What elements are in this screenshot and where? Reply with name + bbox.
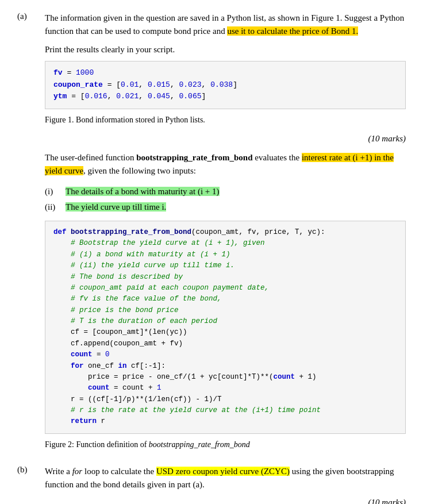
list-ii-label: (ii) — [45, 201, 66, 214]
marks1: (10 marks) — [45, 132, 406, 145]
intro-block: The user-defined function bootstrapping_… — [45, 151, 406, 178]
code-block-figure2: def bootstrapping_rate_from_bond(coupon_… — [45, 221, 406, 434]
section-a-print: Print the results clearly in your script… — [45, 43, 406, 56]
section-b: (b) Write a for loop to calculate the US… — [17, 465, 406, 504]
b-text1: Write a — [45, 467, 72, 476]
b-for: for — [72, 467, 83, 476]
list-i-text: The details of a bond with maturity at (… — [66, 187, 220, 196]
figure1-caption: Figure 1. Bond information stored in Pyt… — [45, 114, 406, 126]
code-block-figure1: fv = 1000 coupon_rate = [0.01, 0.015, 0.… — [45, 61, 406, 109]
intro-fn: bootstrapping_rate_from_bond — [136, 153, 252, 162]
list-ii-text: The yield curve up till time i. — [66, 202, 166, 211]
intro-text1: The user-defined function — [45, 153, 136, 162]
list-i-content: The details of a bond with maturity at (… — [66, 185, 406, 198]
list-item-i: (i) The details of a bond with maturity … — [45, 185, 406, 198]
figure2-caption: Figure 2: Function definition of bootstr… — [45, 438, 406, 451]
b-highlight: USD zero coupon yield curve (ZCYC) — [156, 467, 290, 476]
section-b-para: Write a for loop to calculate the USD ze… — [45, 465, 406, 492]
section-b-content: Write a for loop to calculate the USD ze… — [45, 465, 406, 504]
section-a: (a) The information given in the questio… — [17, 11, 406, 457]
list-i-label: (i) — [45, 185, 66, 198]
b-text2: loop to calculate the — [82, 467, 156, 476]
figure2-fn: bootstrapping_rate_from_bond — [149, 440, 250, 449]
list-item-ii: (ii) The yield curve up till time i. — [45, 201, 406, 214]
list-ii-content: The yield curve up till time i. — [66, 201, 406, 214]
marks2: (10 marks) — [45, 496, 406, 504]
section-a-para1: The information given in the question ar… — [45, 11, 406, 39]
intro-text3: , given the following two inputs: — [83, 166, 196, 175]
section-a-content: The information given in the question ar… — [45, 11, 406, 457]
section-a-label: (a) — [17, 11, 45, 457]
a-highlight: use it to calculate the price of Bond 1. — [227, 26, 358, 36]
intro-text2: evaluates the — [252, 153, 301, 162]
section-b-label: (b) — [17, 465, 45, 504]
